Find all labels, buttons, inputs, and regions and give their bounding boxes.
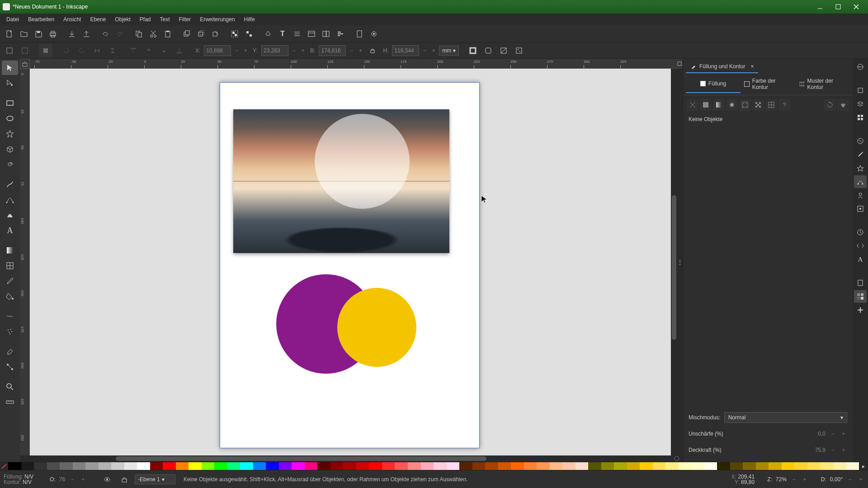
color-swatch[interactable] xyxy=(317,462,330,470)
menu-pfad[interactable]: Pfad xyxy=(135,14,156,24)
unit-select[interactable]: mm▾ xyxy=(439,46,459,56)
color-swatch[interactable] xyxy=(756,462,769,470)
rotate-dec-button[interactable]: − xyxy=(846,474,854,485)
spiral-tool[interactable] xyxy=(2,157,18,172)
color-swatch[interactable] xyxy=(60,462,73,470)
dock-align-icon[interactable] xyxy=(854,111,867,124)
dock-snap-icon[interactable] xyxy=(854,202,867,215)
pattern-subtab[interactable]: Muster der Kontur xyxy=(795,75,850,93)
clone-button[interactable] xyxy=(194,27,208,41)
blur-increase[interactable]: + xyxy=(840,428,847,439)
ungroup-button[interactable] xyxy=(242,27,256,41)
color-swatch[interactable] xyxy=(537,462,550,470)
menu-objekt[interactable]: Objekt xyxy=(110,14,135,24)
stroke-subtab[interactable]: Farbe der Kontur xyxy=(741,75,795,93)
zoom-tool[interactable] xyxy=(2,380,18,394)
color-swatch[interactable] xyxy=(137,462,150,470)
color-swatch[interactable] xyxy=(266,462,279,470)
layer-select[interactable]: -Ebene 1▾ xyxy=(135,474,175,484)
minimize-button[interactable] xyxy=(811,0,829,14)
color-swatch[interactable] xyxy=(421,462,434,470)
color-swatch[interactable] xyxy=(614,462,627,470)
ruler-corner[interactable] xyxy=(20,59,30,69)
group-button[interactable] xyxy=(228,27,241,41)
menu-ansicht[interactable]: Ansicht xyxy=(59,14,85,24)
y-decrease[interactable]: − xyxy=(290,45,297,56)
measure-tool[interactable] xyxy=(2,395,18,409)
close-button[interactable] xyxy=(847,0,865,14)
color-swatch[interactable] xyxy=(292,462,305,470)
layers-button[interactable] xyxy=(290,27,304,41)
lower-bottom-button[interactable] xyxy=(173,44,186,57)
lower-button[interactable] xyxy=(157,44,171,57)
y-input[interactable] xyxy=(261,45,288,56)
zoom-value[interactable]: 72% xyxy=(776,476,787,483)
visibility-toggle[interactable] xyxy=(100,473,114,486)
color-swatch[interactable] xyxy=(691,462,704,470)
dropper-tool[interactable] xyxy=(2,274,18,288)
dock-swatches-icon[interactable] xyxy=(854,290,867,303)
dock-arrange-icon[interactable] xyxy=(854,189,867,202)
move-gradients-button[interactable] xyxy=(497,44,510,57)
ruler-end-button[interactable] xyxy=(676,59,683,69)
x-increase[interactable]: + xyxy=(242,45,249,56)
color-swatch[interactable] xyxy=(214,462,227,470)
copy-button[interactable] xyxy=(132,27,146,41)
color-swatch[interactable] xyxy=(163,462,176,470)
color-swatch[interactable] xyxy=(524,462,537,470)
menu-hilfe[interactable]: Hilfe xyxy=(240,14,259,24)
maximize-button[interactable] xyxy=(829,0,847,14)
color-swatch[interactable] xyxy=(833,462,846,470)
color-swatch[interactable] xyxy=(588,462,601,470)
color-swatch[interactable] xyxy=(330,462,344,470)
text-button[interactable]: T xyxy=(276,27,289,41)
color-swatch[interactable] xyxy=(34,462,47,470)
paint-flat-button[interactable] xyxy=(700,99,712,111)
menu-datei[interactable]: Datei xyxy=(2,14,24,24)
paint-unknown-button[interactable]: ? xyxy=(778,99,790,111)
spray-tool[interactable] xyxy=(2,324,18,339)
undo-button[interactable] xyxy=(99,27,112,41)
export-button[interactable] xyxy=(80,27,93,41)
color-swatch[interactable] xyxy=(511,462,524,470)
dock-trace-icon[interactable] xyxy=(854,175,867,188)
palette-menu-button[interactable]: ▸ xyxy=(859,462,868,470)
b-increase[interactable]: + xyxy=(357,45,364,56)
preferences-button[interactable] xyxy=(367,27,381,41)
color-swatch[interactable] xyxy=(769,462,782,470)
canvas[interactable] xyxy=(30,69,671,455)
color-swatch[interactable] xyxy=(176,462,189,470)
menu-ebene[interactable]: Ebene xyxy=(85,14,110,24)
calligraphy-tool[interactable] xyxy=(2,208,18,222)
xml-button[interactable] xyxy=(305,27,318,41)
zoom-out-button[interactable]: − xyxy=(790,474,797,485)
paint-mesh-button[interactable] xyxy=(765,99,777,111)
rectangle-tool[interactable] xyxy=(2,96,18,110)
rotate-ccw-button[interactable] xyxy=(39,44,52,57)
zoom-in-button[interactable]: + xyxy=(801,474,808,485)
h-increase[interactable]: + xyxy=(430,45,437,56)
paint-heart-button[interactable] xyxy=(837,99,849,111)
scrollbar-vertical[interactable] xyxy=(671,69,677,455)
flip-h-button[interactable] xyxy=(90,44,104,57)
blur-decrease[interactable]: − xyxy=(829,428,836,439)
x-decrease[interactable]: − xyxy=(233,45,240,56)
tweak-tool[interactable] xyxy=(2,309,18,324)
selector-tool[interactable] xyxy=(2,61,18,75)
dock-doc-icon[interactable] xyxy=(854,277,867,289)
color-swatch[interactable] xyxy=(21,462,34,470)
dock-objects-icon[interactable] xyxy=(854,61,867,73)
color-swatch[interactable] xyxy=(459,462,472,470)
star-tool[interactable] xyxy=(2,127,18,141)
duplicate-button[interactable] xyxy=(180,27,193,41)
dock-add-icon[interactable] xyxy=(854,304,867,316)
opacity-increase[interactable]: + xyxy=(840,445,847,455)
cut-button[interactable] xyxy=(146,27,160,41)
ellipse-tool[interactable] xyxy=(2,111,18,126)
color-swatch[interactable] xyxy=(227,462,241,470)
color-swatch[interactable] xyxy=(820,462,833,470)
color-manage-icon[interactable] xyxy=(671,455,683,462)
color-swatch[interactable] xyxy=(665,462,679,470)
color-swatch[interactable] xyxy=(305,462,318,470)
color-swatch[interactable] xyxy=(369,462,382,470)
